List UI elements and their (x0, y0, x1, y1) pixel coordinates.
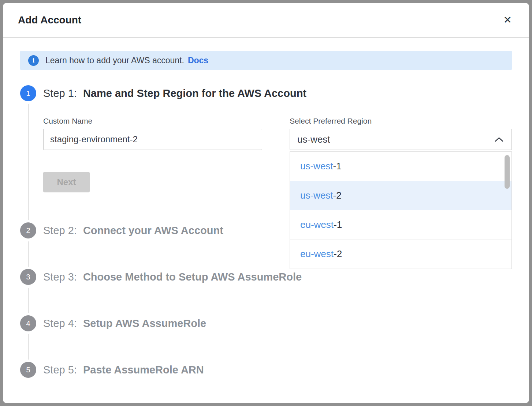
step-5-prefix: Step 5: (43, 364, 77, 376)
step-3-heading: Step 3: Choose Method to Setup AWS Assum… (43, 269, 512, 285)
option-suffix-text: -2 (334, 248, 342, 260)
region-option-eu-west-2[interactable]: eu-west-2 (290, 240, 511, 269)
step-2-indicator: 2 (20, 222, 36, 238)
step-connector-line (28, 334, 29, 360)
option-suffix-text: -1 (333, 161, 342, 172)
step-1-section: 1 Step 1: Name and Step Region for the A… (20, 85, 512, 222)
step-4-prefix: Step 4: (43, 317, 77, 330)
step-5-heading: Step 5: Paste AssumeRole ARN (43, 362, 512, 378)
region-label: Select Preferred Region (290, 117, 512, 125)
step-2-title: Connect your AWS Account (83, 225, 223, 237)
step-5-title: Paste AssumeRole ARN (83, 364, 204, 376)
step-3-section: 3 Step 3: Choose Method to Setup AWS Ass… (20, 269, 512, 315)
custom-name-label: Custom Name (43, 117, 262, 125)
step-1-title: Name and Step Region for the AWS Account (83, 87, 306, 99)
step-1-prefix: Step 1: (43, 87, 77, 99)
chevron-up-icon (495, 137, 503, 142)
step-1-indicator: 1 (20, 85, 36, 101)
close-icon[interactable]: ✕ (502, 14, 513, 27)
region-option-us-west-2[interactable]: us-west-2 (290, 181, 511, 210)
option-match-text: us-west (300, 190, 333, 201)
option-match-text: us-west (300, 161, 333, 172)
modal-body: i Learn how to add your AWS account. Doc… (3, 38, 529, 403)
step-1-form: Custom Name Select Preferred Region us-w… (43, 117, 512, 150)
modal-header: Add Account ✕ (3, 3, 529, 38)
modal-title: Add Account (18, 14, 81, 26)
step-connector-line (28, 288, 29, 313)
docs-link[interactable]: Docs (188, 56, 208, 65)
add-account-modal: Add Account ✕ i Learn how to add your AW… (3, 3, 529, 403)
step-5-section: 5 Step 5: Paste AssumeRole ARN (20, 362, 512, 378)
step-3-prefix: Step 3: (43, 271, 77, 283)
info-banner: i Learn how to add your AWS account. Doc… (20, 51, 512, 70)
custom-name-field: Custom Name (43, 117, 262, 150)
step-connector-line (28, 104, 29, 220)
step-4-section: 4 Step 4: Setup AWS AssumeRole (20, 315, 512, 362)
step-connector-line (28, 241, 29, 267)
step-1-heading: Step 1: Name and Step Region for the AWS… (43, 85, 512, 101)
option-match-text: eu-west (300, 248, 334, 260)
next-button[interactable]: Next (43, 172, 90, 192)
step-5-indicator: 5 (20, 362, 36, 378)
custom-name-input[interactable] (43, 129, 262, 150)
region-dropdown: us-west-1 us-west-2 eu-west-1 eu-west-2 (290, 151, 512, 269)
step-4-title: Setup AWS AssumeRole (83, 317, 206, 330)
step-3-rail: 3 (20, 269, 36, 315)
region-selected-value: us-west (297, 134, 330, 145)
region-option-eu-west-1[interactable]: eu-west-1 (290, 210, 511, 240)
banner-text: Learn how to add your AWS account. (45, 56, 184, 65)
step-4-heading: Step 4: Setup AWS AssumeRole (43, 315, 512, 331)
step-5-rail: 5 (20, 362, 36, 378)
info-icon: i (28, 55, 39, 66)
region-select[interactable]: us-west (290, 129, 512, 150)
step-2-rail: 2 (20, 222, 36, 269)
option-suffix-text: -1 (334, 219, 342, 230)
step-3-title: Choose Method to Setup AWS AssumeRole (83, 271, 302, 283)
dropdown-scrollbar[interactable] (505, 155, 510, 189)
region-option-us-west-1[interactable]: us-west-1 (290, 152, 511, 181)
step-3-indicator: 3 (20, 269, 36, 285)
option-match-text: eu-west (300, 219, 334, 230)
step-2-prefix: Step 2: (43, 225, 77, 237)
step-4-rail: 4 (20, 315, 36, 362)
region-field: Select Preferred Region us-west (290, 117, 512, 150)
option-suffix-text: -2 (333, 190, 342, 201)
step-1-rail: 1 (20, 85, 36, 222)
step-4-indicator: 4 (20, 315, 36, 331)
